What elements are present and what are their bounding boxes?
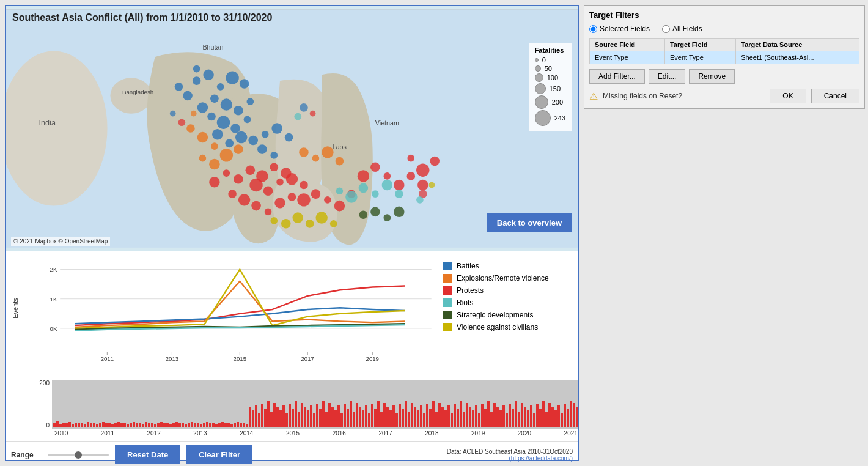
missing-fields-text: Missing fields on Reset2	[603, 92, 765, 100]
radio-selected-fields[interactable]: Selected Fields	[589, 24, 650, 33]
svg-point-88	[292, 212, 303, 223]
svg-point-70	[220, 149, 233, 161]
cancel-button[interactable]: Cancel	[811, 89, 859, 103]
svg-rect-135	[96, 424, 98, 427]
add-filter-button[interactable]: Add Filter...	[589, 69, 645, 84]
legend-violence: Violence against civilians	[443, 323, 572, 331]
svg-text:Vietnam: Vietnam	[375, 119, 399, 127]
svg-rect-122	[56, 421, 59, 427]
hist-x-2019: 2019	[471, 430, 485, 437]
radio-all-fields[interactable]: All Fields	[662, 24, 702, 33]
back-to-overview-button[interactable]: Back to overview	[487, 213, 572, 232]
svg-point-2	[110, 78, 152, 113]
histogram-y-bottom: 0	[46, 422, 50, 429]
svg-rect-128	[75, 423, 77, 427]
svg-rect-166	[191, 422, 193, 427]
svg-rect-265	[493, 403, 496, 427]
svg-rect-230	[386, 407, 389, 427]
svg-point-15	[221, 98, 232, 110]
svg-rect-237	[408, 412, 410, 427]
svg-point-19	[207, 113, 216, 121]
svg-rect-188	[258, 413, 260, 427]
fatalities-legend-title: Fatalities	[535, 46, 565, 54]
svg-point-55	[324, 196, 331, 204]
svg-point-67	[186, 124, 195, 133]
svg-point-63	[416, 163, 429, 176]
svg-rect-255	[463, 412, 465, 427]
fatalities-circle-0	[535, 58, 539, 62]
range-slider[interactable]	[48, 449, 109, 461]
svg-rect-246	[435, 412, 438, 427]
svg-rect-138	[105, 423, 108, 427]
svg-rect-270	[509, 404, 511, 427]
svg-rect-245	[432, 401, 435, 427]
svg-point-29	[285, 133, 293, 142]
svg-rect-264	[490, 412, 493, 427]
hist-x-2018: 2018	[425, 430, 438, 437]
svg-point-33	[257, 144, 267, 154]
svg-text:Bhutan: Bhutan	[202, 43, 223, 51]
svg-rect-133	[90, 423, 92, 427]
svg-point-98	[310, 111, 316, 117]
svg-rect-256	[466, 403, 468, 427]
edit-filter-button[interactable]: Edit...	[649, 69, 686, 84]
svg-rect-140	[111, 424, 114, 427]
hist-x-2020: 2020	[518, 430, 531, 437]
svg-rect-125	[65, 423, 68, 427]
svg-rect-123	[59, 424, 62, 427]
svg-point-11	[217, 83, 224, 91]
svg-point-66	[417, 180, 428, 191]
svg-rect-160	[172, 423, 175, 427]
svg-point-30	[193, 65, 200, 73]
svg-point-69	[211, 142, 218, 150]
reset-date-button[interactable]: Reset Date	[115, 445, 180, 464]
svg-rect-288	[564, 404, 566, 427]
svg-point-49	[251, 201, 261, 211]
svg-point-23	[212, 129, 223, 140]
radio-selected-fields-input[interactable]	[589, 25, 597, 33]
map-title: Southeast Asia Conflict (All) from 1/1/2…	[12, 12, 272, 23]
svg-rect-220	[356, 403, 358, 427]
svg-rect-187	[255, 405, 257, 427]
svg-text:Bangladesh: Bangladesh	[122, 89, 153, 95]
svg-rect-168	[197, 423, 199, 427]
svg-text:2019: 2019	[366, 355, 379, 362]
clear-filter-button[interactable]: Clear Filter	[186, 445, 252, 464]
svg-point-44	[234, 174, 243, 184]
radio-all-fields-input[interactable]	[662, 25, 670, 33]
svg-point-59	[370, 163, 380, 172]
svg-rect-211	[328, 403, 331, 427]
svg-rect-193	[273, 403, 276, 427]
remove-filter-button[interactable]: Remove	[689, 69, 735, 84]
svg-point-90	[315, 212, 327, 223]
range-thumb[interactable]	[75, 451, 82, 459]
svg-point-52	[288, 193, 296, 201]
radio-selected-fields-label: Selected Fields	[600, 24, 650, 33]
svg-rect-164	[185, 424, 187, 427]
svg-point-13	[240, 79, 249, 89]
data-attribution-link[interactable]: (https://acleddata.com/)	[509, 455, 573, 462]
svg-point-72	[199, 155, 207, 162]
svg-rect-149	[139, 423, 141, 427]
svg-point-20	[217, 116, 230, 129]
svg-rect-206	[313, 413, 315, 427]
ok-button[interactable]: OK	[770, 89, 806, 103]
svg-rect-175	[218, 423, 221, 427]
svg-point-60	[383, 172, 391, 180]
fatalities-circle-243	[535, 110, 551, 126]
svg-point-94	[170, 111, 176, 117]
svg-point-16	[234, 106, 243, 116]
svg-rect-134	[93, 423, 95, 427]
svg-rect-263	[487, 401, 490, 427]
svg-text:2011: 2011	[101, 355, 114, 362]
svg-rect-202	[301, 403, 303, 427]
svg-rect-156	[160, 422, 163, 427]
legend-color-violence	[443, 323, 452, 331]
svg-point-26	[248, 136, 258, 146]
svg-rect-129	[78, 423, 80, 427]
svg-rect-272	[515, 401, 517, 427]
svg-point-12	[226, 72, 238, 84]
svg-rect-280	[539, 409, 542, 427]
filter-table-row[interactable]: Event Type Event Type Sheet1 (Southeast-…	[590, 51, 859, 64]
radio-group: Selected Fields All Fields	[589, 24, 859, 33]
